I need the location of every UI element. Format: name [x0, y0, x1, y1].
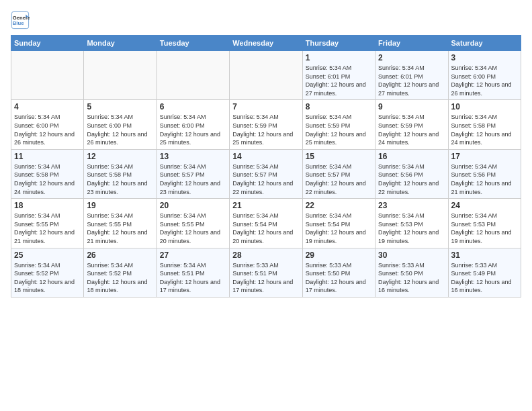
day-info: Sunrise: 5:34 AM Sunset: 5:55 PM Dayligh…: [14, 212, 81, 245]
day-info: Sunrise: 5:34 AM Sunset: 5:56 PM Dayligh…: [378, 163, 445, 196]
calendar-cell: 13Sunrise: 5:34 AM Sunset: 5:57 PM Dayli…: [157, 149, 229, 198]
day-info: Sunrise: 5:34 AM Sunset: 5:53 PM Dayligh…: [451, 212, 518, 245]
calendar-cell: 17Sunrise: 5:34 AM Sunset: 5:56 PM Dayli…: [448, 149, 521, 198]
day-info: Sunrise: 5:34 AM Sunset: 5:55 PM Dayligh…: [160, 212, 226, 245]
calendar-cell: 25Sunrise: 5:34 AM Sunset: 5:52 PM Dayli…: [11, 248, 84, 297]
calendar-week-5: 25Sunrise: 5:34 AM Sunset: 5:52 PM Dayli…: [11, 248, 521, 297]
header: General Blue: [11, 11, 521, 30]
day-info: Sunrise: 5:34 AM Sunset: 5:51 PM Dayligh…: [160, 261, 226, 295]
calendar-cell: 14Sunrise: 5:34 AM Sunset: 5:57 PM Dayli…: [230, 149, 302, 198]
calendar-week-3: 11Sunrise: 5:34 AM Sunset: 5:58 PM Dayli…: [11, 149, 521, 198]
calendar-cell: 9Sunrise: 5:34 AM Sunset: 5:59 PM Daylig…: [375, 100, 448, 149]
calendar-cell: 22Sunrise: 5:34 AM Sunset: 5:54 PM Dayli…: [302, 199, 375, 248]
day-number: 11: [14, 152, 81, 161]
day-info: Sunrise: 5:34 AM Sunset: 6:01 PM Dayligh…: [378, 64, 445, 97]
calendar-week-1: 1Sunrise: 5:34 AM Sunset: 6:01 PM Daylig…: [11, 51, 521, 100]
calendar-cell: 29Sunrise: 5:33 AM Sunset: 5:50 PM Dayli…: [302, 248, 375, 297]
calendar-cell: 8Sunrise: 5:34 AM Sunset: 5:59 PM Daylig…: [302, 100, 375, 149]
day-number: 2: [378, 53, 445, 62]
dow-header-monday: Monday: [84, 36, 157, 51]
calendar-cell: 20Sunrise: 5:34 AM Sunset: 5:55 PM Dayli…: [157, 199, 229, 248]
day-info: Sunrise: 5:34 AM Sunset: 5:58 PM Dayligh…: [451, 113, 518, 146]
day-number: 31: [451, 250, 518, 260]
calendar-cell: 6Sunrise: 5:34 AM Sunset: 6:00 PM Daylig…: [157, 100, 229, 149]
day-info: Sunrise: 5:34 AM Sunset: 5:59 PM Dayligh…: [378, 113, 445, 146]
day-number: 5: [87, 102, 153, 111]
day-number: 30: [378, 250, 445, 260]
day-number: 8: [306, 102, 372, 111]
calendar-table: SundayMondayTuesdayWednesdayThursdayFrid…: [11, 35, 521, 298]
calendar-cell: 24Sunrise: 5:34 AM Sunset: 5:53 PM Dayli…: [448, 199, 521, 248]
day-info: Sunrise: 5:34 AM Sunset: 6:00 PM Dayligh…: [451, 64, 518, 97]
day-number: 24: [451, 201, 518, 210]
day-number: 16: [378, 152, 445, 161]
calendar-cell: [230, 51, 302, 100]
day-info: Sunrise: 5:34 AM Sunset: 5:57 PM Dayligh…: [232, 163, 299, 196]
day-number: 22: [306, 201, 372, 210]
day-number: 13: [160, 152, 226, 161]
calendar-cell: 16Sunrise: 5:34 AM Sunset: 5:56 PM Dayli…: [375, 149, 448, 198]
calendar-week-4: 18Sunrise: 5:34 AM Sunset: 5:55 PM Dayli…: [11, 199, 521, 248]
calendar-cell: 27Sunrise: 5:34 AM Sunset: 5:51 PM Dayli…: [157, 248, 229, 297]
day-number: 6: [160, 102, 226, 111]
day-number: 1: [306, 53, 372, 62]
day-number: 23: [378, 201, 445, 210]
dow-header-sunday: Sunday: [11, 36, 84, 51]
day-info: Sunrise: 5:34 AM Sunset: 5:55 PM Dayligh…: [87, 212, 153, 245]
day-number: 26: [87, 250, 153, 260]
dow-header-thursday: Thursday: [302, 36, 375, 51]
day-info: Sunrise: 5:34 AM Sunset: 5:54 PM Dayligh…: [306, 212, 372, 245]
day-info: Sunrise: 5:34 AM Sunset: 5:57 PM Dayligh…: [306, 163, 372, 196]
day-info: Sunrise: 5:34 AM Sunset: 5:56 PM Dayligh…: [451, 163, 518, 196]
day-number: 4: [14, 102, 81, 111]
day-info: Sunrise: 5:34 AM Sunset: 5:53 PM Dayligh…: [378, 212, 445, 245]
svg-text:General: General: [13, 15, 30, 21]
day-number: 18: [14, 201, 81, 210]
calendar-cell: 23Sunrise: 5:34 AM Sunset: 5:53 PM Dayli…: [375, 199, 448, 248]
day-number: 20: [160, 201, 226, 210]
calendar-cell: 18Sunrise: 5:34 AM Sunset: 5:55 PM Dayli…: [11, 199, 84, 248]
day-info: Sunrise: 5:34 AM Sunset: 6:00 PM Dayligh…: [160, 113, 226, 146]
calendar-cell: 2Sunrise: 5:34 AM Sunset: 6:01 PM Daylig…: [375, 51, 448, 100]
dow-header-wednesday: Wednesday: [230, 36, 302, 51]
day-number: 17: [451, 152, 518, 161]
dow-header-friday: Friday: [375, 36, 448, 51]
day-info: Sunrise: 5:34 AM Sunset: 6:00 PM Dayligh…: [14, 113, 81, 146]
calendar-cell: [11, 51, 84, 100]
day-info: Sunrise: 5:34 AM Sunset: 6:00 PM Dayligh…: [87, 113, 153, 146]
calendar-week-2: 4Sunrise: 5:34 AM Sunset: 6:00 PM Daylig…: [11, 100, 521, 149]
day-info: Sunrise: 5:34 AM Sunset: 5:58 PM Dayligh…: [87, 163, 153, 196]
calendar-cell: 7Sunrise: 5:34 AM Sunset: 5:59 PM Daylig…: [230, 100, 302, 149]
day-number: 29: [306, 250, 372, 260]
calendar-cell: 4Sunrise: 5:34 AM Sunset: 6:00 PM Daylig…: [11, 100, 84, 149]
calendar-cell: 28Sunrise: 5:33 AM Sunset: 5:51 PM Dayli…: [230, 248, 302, 297]
dow-header-tuesday: Tuesday: [157, 36, 229, 51]
day-number: 21: [232, 201, 299, 210]
day-number: 28: [232, 250, 299, 260]
day-info: Sunrise: 5:34 AM Sunset: 5:52 PM Dayligh…: [14, 261, 81, 295]
calendar-cell: 15Sunrise: 5:34 AM Sunset: 5:57 PM Dayli…: [302, 149, 375, 198]
day-number: 15: [306, 152, 372, 161]
logo-icon: General Blue: [11, 11, 30, 30]
calendar-cell: 21Sunrise: 5:34 AM Sunset: 5:54 PM Dayli…: [230, 199, 302, 248]
day-info: Sunrise: 5:34 AM Sunset: 5:54 PM Dayligh…: [232, 212, 299, 245]
calendar-cell: 26Sunrise: 5:34 AM Sunset: 5:52 PM Dayli…: [84, 248, 157, 297]
calendar-cell: [84, 51, 157, 100]
svg-text:Blue: Blue: [13, 20, 24, 26]
day-number: 25: [14, 250, 81, 260]
calendar-cell: 3Sunrise: 5:34 AM Sunset: 6:00 PM Daylig…: [448, 51, 521, 100]
day-number: 14: [232, 152, 299, 161]
day-number: 10: [451, 102, 518, 111]
day-info: Sunrise: 5:34 AM Sunset: 5:59 PM Dayligh…: [306, 113, 372, 146]
day-info: Sunrise: 5:33 AM Sunset: 5:49 PM Dayligh…: [451, 261, 518, 295]
day-number: 27: [160, 250, 226, 260]
day-info: Sunrise: 5:34 AM Sunset: 5:58 PM Dayligh…: [14, 163, 81, 196]
calendar-cell: 19Sunrise: 5:34 AM Sunset: 5:55 PM Dayli…: [84, 199, 157, 248]
calendar-cell: 12Sunrise: 5:34 AM Sunset: 5:58 PM Dayli…: [84, 149, 157, 198]
day-number: 9: [378, 102, 445, 111]
day-of-week-row: SundayMondayTuesdayWednesdayThursdayFrid…: [11, 36, 521, 51]
day-info: Sunrise: 5:34 AM Sunset: 5:57 PM Dayligh…: [160, 163, 226, 196]
day-info: Sunrise: 5:33 AM Sunset: 5:51 PM Dayligh…: [232, 261, 299, 295]
day-info: Sunrise: 5:33 AM Sunset: 5:50 PM Dayligh…: [306, 261, 372, 295]
dow-header-saturday: Saturday: [448, 36, 521, 51]
